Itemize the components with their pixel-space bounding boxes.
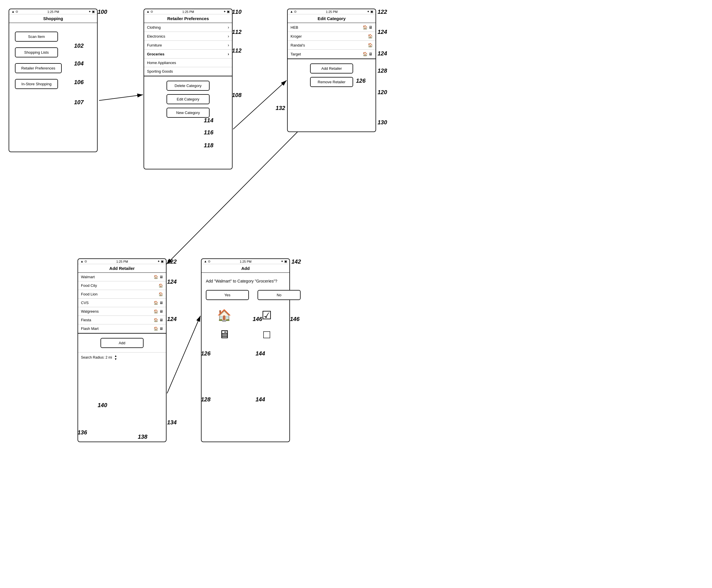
walmart-icons: 🏠 🖥	[153, 275, 163, 279]
flash-mart-icons: 🏠 🖥	[153, 327, 163, 331]
add-button[interactable]: Add	[101, 338, 144, 348]
ann-138: 138	[138, 434, 147, 440]
ann-144b: 144	[255, 396, 265, 403]
ann-130: 130	[378, 119, 387, 126]
monitor-icon-walgreens: 🖥	[159, 309, 163, 314]
time-2: 1:25 PM	[182, 10, 194, 14]
monitor-icon-fiesta: 🖥	[159, 318, 163, 322]
ann-120: 120	[378, 89, 387, 96]
ann-140: 140	[98, 402, 107, 408]
time-1: 1:25 PM	[47, 10, 59, 14]
search-radius-label: Search Radius: 2 mi	[81, 355, 112, 359]
retailer-target[interactable]: Target 🏠 🖥	[288, 50, 376, 59]
ann-144a: 144	[255, 350, 265, 357]
ann-122-add: 122	[167, 258, 176, 265]
ann-102: 102	[74, 42, 84, 49]
add-retailer-button[interactable]: Add Retailer	[310, 63, 353, 74]
ann-122: 122	[378, 8, 387, 15]
retailer-list-edit: HEB 🏠 🖥 Kroger 🏠 Randal's 🏠 Target	[288, 23, 376, 59]
new-category-button[interactable]: New Category	[167, 108, 210, 118]
screen-edit-category: ▲ ⊙ 1:25 PM ✦ ▣ Edit Category HEB 🏠 🖥 Kr…	[287, 8, 376, 132]
shopping-menu: Scan Item Shopping Lists Retailer Prefer…	[9, 23, 97, 98]
category-home-appliances[interactable]: Home Appliances	[144, 59, 232, 67]
stepper-down-icon[interactable]: ▼	[114, 357, 117, 361]
screen-shopping: ▲ ⊙ 1:25 PM ✦ ▣ Shopping Scan Item Shopp…	[8, 8, 98, 152]
edit-category-title: Edit Category	[288, 14, 376, 23]
ann-114: 114	[204, 117, 213, 124]
ann-132: 132	[276, 105, 285, 111]
status-bar-3: ▲ ⊙ 1:25 PM ✦ ▣	[288, 9, 376, 14]
retailer-kroger[interactable]: Kroger 🏠	[288, 32, 376, 41]
category-clothing[interactable]: Clothing ›	[144, 23, 232, 32]
retailer-action-buttons: Delete Category Edit Category New Catego…	[144, 76, 232, 122]
retailer-fiesta[interactable]: Fiesta 🏠 🖥	[78, 316, 166, 324]
battery-icon-2: ✦ ▣	[223, 10, 230, 14]
status-bar-5: ▲ ⊙ 1:25 PM ✦ ▣	[202, 259, 289, 264]
ann-107: 107	[74, 99, 84, 106]
signal-icon-5: ▲ ⊙	[204, 259, 210, 263]
delete-category-button[interactable]: Delete Category	[167, 81, 210, 91]
remove-retailer-button[interactable]: Remove Retailer	[310, 77, 353, 87]
retailer-preferences-button[interactable]: Retailer Preferences	[15, 63, 62, 73]
confirm-question: Add "Walmart" to Category "Groceries"?	[206, 278, 285, 284]
scan-item-button[interactable]: Scan Item	[15, 31, 58, 42]
battery-icon-3: ✦ ▣	[367, 10, 373, 14]
category-electronics[interactable]: Electronics ›	[144, 32, 232, 41]
category-furniture[interactable]: Furniture ›	[144, 41, 232, 50]
retailer-flash-mart[interactable]: Flash Mart 🏠 🖥	[78, 324, 166, 333]
battery-icon-4: ✦ ▣	[157, 259, 164, 263]
ann-126-edit: 126	[356, 78, 365, 84]
ann-136: 136	[78, 429, 87, 436]
house-icon-kroger: 🏠	[368, 34, 373, 39]
edit-category-button[interactable]: Edit Category	[167, 94, 210, 104]
in-store-shopping-button[interactable]: In-Store Shopping	[15, 79, 58, 89]
retailer-cvs[interactable]: CVS 🏠 🖥	[78, 299, 166, 307]
house-icon-heb: 🏠	[362, 25, 368, 29]
ann-134: 134	[167, 419, 176, 426]
retailer-walmart[interactable]: Walmart 🏠 🖥	[78, 273, 166, 281]
add-retailer-title: Add Retailer	[78, 264, 166, 273]
house-icon-walmart: 🏠	[153, 275, 158, 279]
screen-add-confirm: ▲ ⊙ 1:25 PM ✦ ▣ Add Add "Walmart" to Cat…	[201, 258, 290, 442]
status-bar-1: ▲ ⊙ 1:25 PM ✦ ▣	[9, 9, 97, 14]
category-list: Clothing › Electronics › Furniture › Gro…	[144, 23, 232, 76]
status-bar-2: ▲ ⊙ 1:25 PM ✦ ▣	[144, 9, 232, 14]
ann-104: 104	[74, 60, 84, 67]
house-icon-food-city: 🏠	[159, 284, 163, 288]
category-groceries[interactable]: Groceries ›	[144, 50, 232, 59]
category-sporting-goods[interactable]: Sporting Goods	[144, 67, 232, 76]
retailer-walgreens[interactable]: Walgreens 🏠 🖥	[78, 307, 166, 316]
ann-142: 142	[291, 258, 301, 265]
signal-icon-3: ▲ ⊙	[290, 10, 297, 14]
battery-icon-1: ✦ ▣	[88, 10, 95, 14]
ann-126-confirm: 126	[201, 350, 210, 357]
stepper-up-icon[interactable]: ▲	[114, 354, 117, 357]
chevron-icon-groceries: ›	[228, 52, 229, 56]
screen-retailer-preferences: ▲ ⊙ 1:25 PM ✦ ▣ Retailer Preferences Clo…	[144, 8, 233, 169]
retailer-randals[interactable]: Randal's 🏠	[288, 41, 376, 50]
shopping-lists-button[interactable]: Shopping Lists	[15, 47, 58, 58]
stepper-control[interactable]: ▲ ▼	[114, 354, 117, 361]
ann-108: 108	[232, 92, 242, 99]
retailer-target-icons: 🏠 🖥	[362, 52, 373, 56]
ann-124b: 124	[378, 50, 387, 57]
chevron-icon-furniture: ›	[228, 43, 229, 47]
square-icon: □	[248, 328, 285, 341]
house-icon-cvs: 🏠	[153, 300, 158, 305]
svg-line-4	[167, 316, 201, 393]
chevron-icon-clothing: ›	[228, 25, 229, 29]
edit-action-buttons: Add Retailer Remove Retailer	[288, 59, 376, 91]
signal-icon: ▲ ⊙	[12, 10, 18, 14]
food-lion-icons: 🏠	[159, 292, 163, 296]
yes-button[interactable]: Yes	[206, 290, 249, 300]
house-icon-food-lion: 🏠	[159, 292, 163, 296]
retailer-food-city[interactable]: Food City 🏠	[78, 281, 166, 290]
ann-110: 110	[232, 8, 242, 15]
add-retailer-actions: Add	[78, 334, 166, 352]
house-icon-large: 🏠	[206, 309, 243, 322]
no-button[interactable]: No	[257, 290, 300, 300]
retailer-heb[interactable]: HEB 🏠 🖥	[288, 23, 376, 32]
time-3: 1:25 PM	[326, 10, 338, 14]
retailer-randals-icons: 🏠	[368, 43, 373, 47]
retailer-food-lion[interactable]: Food Lion 🏠	[78, 290, 166, 299]
